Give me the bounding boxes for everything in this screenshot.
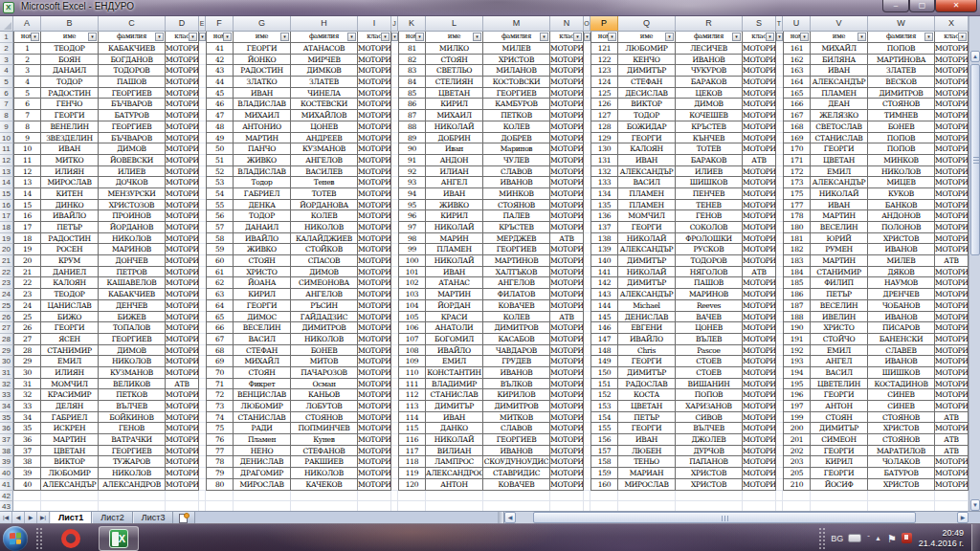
cell-class[interactable]: МОТОРИ — [935, 222, 969, 233]
cell-first-name[interactable]: КОНСТАНТИН — [426, 367, 483, 379]
separator-cell[interactable] — [584, 255, 590, 267]
cell-class[interactable]: МОТОРИ — [743, 334, 776, 345]
cell-first-name[interactable]: ИЛИЯН — [41, 367, 99, 379]
cell-class[interactable]: МОТОРИ — [935, 43, 969, 55]
separator-cell[interactable] — [776, 255, 783, 267]
cell-class[interactable]: МОТОРИ — [743, 210, 776, 222]
filter-dropdown-icon[interactable]: ▾ — [280, 33, 289, 41]
cell-last-name[interactable]: НИКОЛОВ — [868, 166, 935, 178]
column-header-T[interactable]: T — [776, 16, 783, 32]
cell-number[interactable]: 158 — [590, 456, 618, 468]
cell-first-name[interactable]: ГЕНЧО — [41, 99, 99, 110]
cell-first-name[interactable]: ТОДОР — [618, 110, 676, 121]
filter-dropdown-icon[interactable]: ▾ — [415, 33, 424, 41]
cell-last-name[interactable]: БАРАКОВ — [676, 77, 743, 88]
cell-number[interactable]: 29 — [13, 356, 41, 367]
cell-last-name[interactable]: КОВАЧЕВ — [483, 479, 550, 491]
cell-last-name[interactable]: БАРАКОВ — [676, 155, 743, 166]
cell-class[interactable]: МОТОРИ — [358, 222, 391, 233]
row-header-40[interactable]: 40 — [0, 468, 13, 479]
separator-cell[interactable] — [199, 322, 206, 334]
cell-first-name[interactable]: ЦАНИСЛАВ — [41, 300, 99, 312]
cell-class[interactable]: МОТОРИ — [550, 155, 584, 166]
filter-dropdown-icon[interactable]: ▾ — [766, 33, 774, 41]
separator-cell[interactable] — [584, 200, 590, 211]
filter-dropdown-icon[interactable]: ▾ — [776, 33, 783, 41]
cell-first-name[interactable]: ЛЮБЕН — [618, 446, 676, 457]
header-cell[interactable]: клас▾ — [935, 32, 969, 43]
cell-number[interactable]: 160 — [590, 479, 618, 491]
cell-first-name[interactable]: РАДИ — [234, 423, 291, 434]
cell-last-name[interactable]: ИВАНОВ — [868, 312, 935, 323]
tab-previous-button[interactable]: ◀ — [12, 512, 25, 523]
cell-last-name[interactable]: ЧАВДАРОВ — [483, 345, 550, 357]
cell-number[interactable]: 178 — [783, 210, 811, 222]
row-header-20[interactable]: 20 — [0, 244, 13, 255]
cell-first-name[interactable]: ВЕСЕЛИН — [811, 222, 868, 233]
cell-class[interactable]: МОТОРИ — [743, 177, 776, 188]
cell-class[interactable]: МОТОРИ — [166, 345, 199, 357]
cell-class[interactable]: МОТОРИ — [743, 456, 776, 468]
cell-first-name[interactable]: Пламен — [234, 434, 291, 446]
cell-last-name[interactable]: ВАТРАЧКИ — [99, 434, 166, 446]
cell-class[interactable]: МОТОРИ — [935, 389, 969, 401]
horizontal-scroll-track[interactable] — [516, 512, 957, 523]
cell-number[interactable]: 191 — [783, 334, 811, 345]
cell-last-name[interactable]: ХРИСТОВ — [676, 468, 743, 479]
cell-last-name[interactable]: ТОТЕВ — [676, 143, 743, 155]
cell-number[interactable]: 162 — [783, 55, 811, 66]
row-header-31[interactable]: 31 — [0, 367, 13, 379]
cell-number[interactable]: 119 — [398, 468, 426, 479]
cell-last-name[interactable]: ПИСАРОВ — [868, 322, 935, 334]
cell-class[interactable]: МОТОРИ — [166, 233, 199, 245]
cell-first-name[interactable]: ДАНКО — [426, 423, 483, 434]
cell-number[interactable]: 89 — [398, 133, 426, 144]
cell-first-name[interactable]: МИРОСЛАВ — [234, 479, 291, 491]
cell-first-name[interactable]: ГЕОРГИ — [234, 300, 291, 312]
empty-cell[interactable] — [398, 501, 426, 511]
cell-number[interactable]: 157 — [590, 446, 618, 457]
empty-cell[interactable] — [676, 501, 743, 511]
separator-cell[interactable] — [199, 155, 206, 166]
cell-class[interactable]: МОТОРИ — [935, 244, 969, 255]
cell-first-name[interactable]: ВЛАДИСЛАВ — [234, 99, 291, 110]
cell-number[interactable]: 146 — [590, 322, 618, 334]
cell-last-name[interactable]: ЙОВЕВСКИ — [99, 155, 166, 166]
column-header-I[interactable]: I — [358, 16, 391, 32]
tab-next-button[interactable]: ▶ — [25, 512, 37, 523]
cell-first-name[interactable]: ПЕТЪР — [41, 222, 99, 233]
cell-class[interactable]: МОТОРИ — [743, 401, 776, 412]
cell-last-name[interactable]: КИРИЛОВ — [483, 389, 550, 401]
cell-last-name[interactable]: КОВАЧЕВ — [483, 300, 550, 312]
row-header-14[interactable]: 14 — [0, 177, 13, 188]
cell-first-name[interactable]: ДАНАИЛ — [234, 222, 291, 233]
cell-first-name[interactable]: ВЕСЕЛИН — [811, 300, 868, 312]
cell-class[interactable]: МОТОРИ — [358, 434, 391, 446]
separator-cell[interactable] — [391, 412, 398, 424]
cell-first-name[interactable]: ЖИВКО — [234, 155, 291, 166]
cell-number[interactable]: 1 — [13, 43, 41, 55]
separator-cell[interactable] — [199, 188, 206, 200]
cell-number[interactable]: 88 — [398, 121, 426, 133]
cell-number[interactable]: 99 — [398, 244, 426, 255]
cell-last-name[interactable]: ЗЛАТЕВ — [291, 77, 358, 88]
cell-number[interactable]: 109 — [398, 356, 426, 367]
cell-class[interactable]: МОТОРИ — [358, 155, 391, 166]
row-header-35[interactable]: 35 — [0, 412, 13, 424]
separator-cell[interactable] — [584, 222, 590, 233]
empty-cell[interactable] — [868, 501, 935, 511]
cell-last-name[interactable]: ГАЙДАДЗИС — [291, 312, 358, 323]
cell-last-name[interactable]: КАШАВЕЛОВ — [99, 277, 166, 289]
cell-number[interactable]: 130 — [590, 143, 618, 155]
cell-first-name[interactable]: ЦВЕТАН — [41, 446, 99, 457]
cell-number[interactable]: 7 — [13, 110, 41, 121]
cell-class[interactable]: МОТОРИ — [935, 133, 969, 144]
cell-class[interactable]: МОТОРИ — [166, 177, 199, 188]
separator-cell[interactable] — [776, 65, 783, 77]
cell-class[interactable]: МОТОРИ — [358, 88, 391, 99]
separator-cell[interactable] — [584, 334, 590, 345]
separator-cell[interactable] — [584, 423, 590, 434]
cell-number[interactable]: 87 — [398, 110, 426, 121]
cell-class[interactable]: МОТОРИ — [550, 277, 584, 289]
row-header-42[interactable]: 42 — [0, 491, 13, 502]
